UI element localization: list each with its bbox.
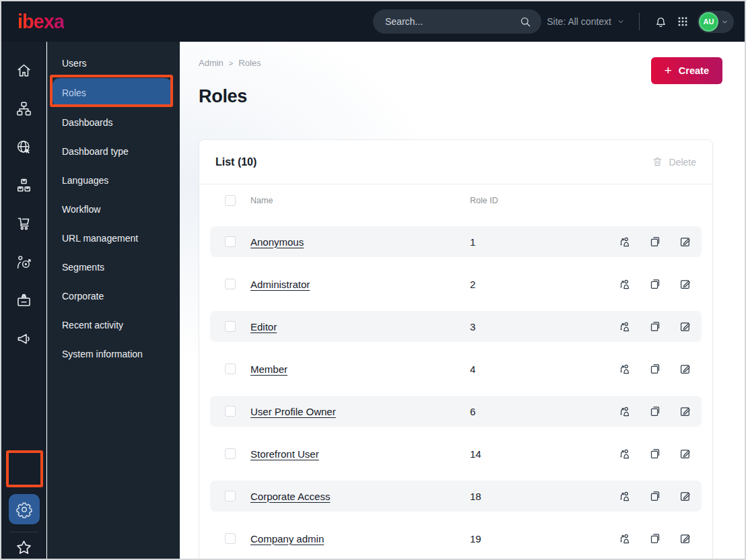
corporate-badge-icon	[15, 292, 32, 309]
edit-icon[interactable]	[679, 320, 692, 333]
global-search[interactable]	[373, 9, 541, 34]
star-icon	[15, 538, 33, 557]
site-globe-icon	[15, 139, 32, 155]
sidebar-item-corporate[interactable]: Corporate	[47, 281, 180, 310]
edit-icon[interactable]	[679, 277, 692, 291]
copy-icon[interactable]	[648, 320, 662, 333]
delete-button[interactable]: Delete	[652, 156, 696, 168]
nav-bookmarks[interactable]	[1, 533, 46, 560]
edit-icon[interactable]	[679, 362, 692, 376]
nav-site[interactable]	[1, 128, 46, 166]
nav-personalization[interactable]	[1, 243, 46, 281]
table-row-editor[interactable]: Editor 3	[210, 311, 702, 342]
assign-user-icon[interactable]	[618, 277, 632, 291]
row-actions	[610, 447, 696, 460]
chevron-down-icon	[617, 18, 625, 26]
row-checkbox[interactable]	[225, 236, 236, 247]
copy-icon[interactable]	[648, 277, 662, 291]
edit-icon[interactable]	[679, 405, 692, 418]
row-checkbox[interactable]	[225, 533, 236, 544]
copy-icon[interactable]	[648, 405, 662, 418]
personalization-icon	[15, 254, 32, 271]
grid-apps-icon[interactable]	[677, 15, 689, 28]
role-name-link[interactable]: User Profile Owner	[250, 406, 470, 417]
assign-user-icon[interactable]	[618, 235, 632, 248]
nav-corporate[interactable]	[1, 281, 46, 320]
sidebar-item-users[interactable]: Users	[47, 48, 180, 77]
create-button[interactable]: + Create	[651, 57, 722, 84]
assign-user-icon[interactable]	[618, 532, 632, 545]
roles-list-card: List (10) Delete Name Role ID Anonymous …	[199, 139, 713, 559]
row-actions	[610, 235, 696, 248]
ibexa-logo: ibexa	[18, 11, 64, 33]
select-all-checkbox[interactable]	[225, 195, 236, 206]
row-actions	[610, 532, 696, 545]
sidebar-item-system-information[interactable]: System information	[47, 339, 180, 368]
roles-table-body: Anonymous 1	[199, 217, 712, 554]
sidebar-item-dashboards[interactable]: Dashboards	[47, 108, 180, 137]
table-row-member[interactable]: Member 4	[210, 353, 702, 384]
table-row-administrator[interactable]: Administrator 2	[210, 269, 702, 300]
row-checkbox[interactable]	[225, 406, 236, 417]
edit-icon[interactable]	[679, 489, 692, 503]
row-checkbox[interactable]	[225, 279, 236, 289]
row-checkbox[interactable]	[225, 321, 236, 332]
table-header: Name Role ID	[199, 184, 712, 217]
role-name-link[interactable]: Company admin	[250, 533, 470, 545]
user-menu[interactable]: AU	[698, 11, 734, 33]
table-row-anonymous[interactable]: Anonymous 1	[210, 226, 702, 257]
create-button-label: Create	[679, 65, 709, 76]
row-checkbox[interactable]	[225, 363, 236, 374]
row-checkbox[interactable]	[225, 448, 236, 459]
edit-icon[interactable]	[679, 447, 692, 460]
row-actions	[610, 405, 696, 418]
nav-marketing[interactable]	[1, 320, 46, 358]
sidebar-item-roles[interactable]: Roles	[53, 78, 172, 107]
sidebar-item-segments[interactable]: Segments	[47, 252, 180, 281]
nav-home[interactable]	[1, 51, 46, 90]
sidebar-item-workflow[interactable]: Workflow	[47, 195, 180, 223]
role-name-link[interactable]: Administrator	[250, 279, 470, 290]
site-context-selector[interactable]: Site: All context	[529, 15, 625, 28]
sidebar-item-dashboard-type[interactable]: Dashboard type	[47, 137, 180, 166]
breadcrumb-admin[interactable]: Admin	[199, 58, 224, 68]
role-id-value: 2	[470, 279, 610, 290]
edit-icon[interactable]	[679, 532, 692, 545]
sidebar-item-recent-activity[interactable]: Recent activity	[47, 310, 180, 339]
table-row-company-admin[interactable]: Company admin 19	[210, 523, 702, 554]
assign-user-icon[interactable]	[618, 320, 632, 333]
table-row-storefront-user[interactable]: Storefront User 14	[210, 438, 702, 469]
sidebar-item-url-management[interactable]: URL management	[47, 223, 180, 252]
sidebar-item-languages[interactable]: Languages	[47, 166, 180, 195]
nav-content-structure[interactable]	[1, 90, 46, 128]
edit-icon[interactable]	[679, 235, 692, 248]
copy-icon[interactable]	[648, 235, 662, 248]
gear-icon	[15, 501, 33, 518]
search-icon[interactable]	[519, 15, 532, 28]
list-title: List (10)	[215, 156, 257, 168]
search-input[interactable]	[385, 16, 519, 27]
table-row-corporate-access[interactable]: Corporate Access 18	[210, 481, 702, 512]
role-name-link[interactable]: Corporate Access	[250, 491, 470, 502]
role-name-link[interactable]: Editor	[250, 321, 470, 332]
role-name-link[interactable]: Storefront User	[250, 448, 470, 460]
copy-icon[interactable]	[648, 447, 662, 460]
assign-user-icon[interactable]	[618, 489, 632, 503]
table-row-user-profile-owner[interactable]: User Profile Owner 6	[210, 396, 702, 427]
copy-icon[interactable]	[648, 532, 662, 545]
bell-icon[interactable]	[654, 15, 668, 29]
assign-user-icon[interactable]	[618, 405, 632, 418]
copy-icon[interactable]	[648, 489, 662, 503]
assign-user-icon[interactable]	[618, 362, 632, 376]
copy-icon[interactable]	[648, 362, 662, 376]
chevron-down-icon	[721, 18, 728, 26]
role-name-link[interactable]: Member	[250, 363, 470, 375]
assign-user-icon[interactable]	[618, 447, 632, 460]
role-id-value: 6	[470, 406, 610, 417]
nav-products[interactable]	[1, 166, 46, 205]
nav-commerce[interactable]	[1, 205, 46, 243]
row-checkbox[interactable]	[225, 491, 236, 501]
admin-gear-button[interactable]	[9, 494, 40, 524]
user-avatar[interactable]: AU	[699, 12, 718, 32]
role-name-link[interactable]: Anonymous	[250, 236, 470, 248]
